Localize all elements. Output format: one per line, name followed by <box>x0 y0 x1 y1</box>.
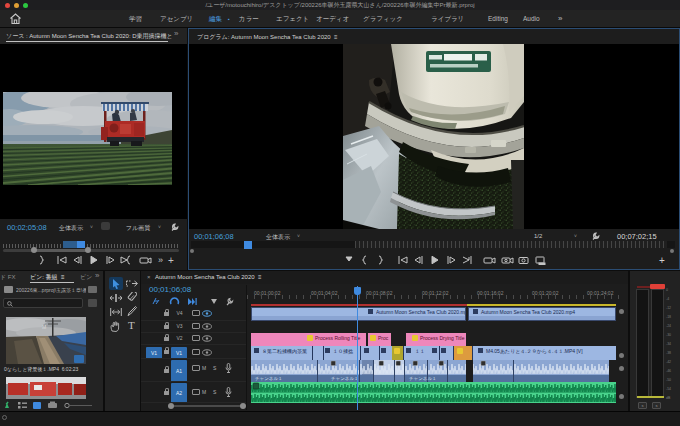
svg-text:チャンネル１: チャンネル１ <box>255 376 283 381</box>
svg-text:+: + <box>168 255 174 266</box>
svg-text:+: + <box>659 255 665 266</box>
svg-text:M: M <box>42 324 46 330</box>
svg-text:チャンネル１: チャンネル１ <box>409 376 437 381</box>
svg-text:チャンネル１: チャンネル１ <box>331 376 359 381</box>
svg-text:»: » <box>158 255 163 265</box>
